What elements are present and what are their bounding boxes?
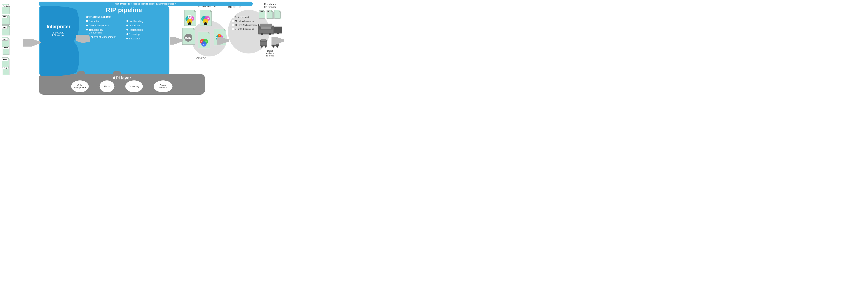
list-item: Rasterization [126, 29, 164, 31]
svg-text:C: C [186, 18, 188, 20]
list-item: Font handling [126, 20, 164, 23]
svg-point-92 [260, 45, 262, 47]
interpreter-shape [40, 6, 81, 77]
list-item: JPEG [3, 46, 13, 56]
svg-marker-72 [264, 10, 265, 11]
rip-title: RIP pipeline [89, 6, 159, 14]
large-printer-icon [256, 23, 284, 36]
svg-point-93 [265, 45, 267, 47]
cmyk-doc-2: C M Y K [200, 10, 214, 28]
list-item: Display List Management [86, 36, 123, 38]
svg-point-98 [276, 45, 278, 47]
list-item: TIFF [1, 36, 13, 47]
svg-text:G: G [206, 41, 207, 42]
ops-col-2: Font handling Imposition Rasterization S… [126, 20, 164, 41]
svg-marker-48 [209, 32, 210, 33]
svg-marker-9 [8, 37, 9, 38]
api-item-fonts: Fonts [100, 81, 115, 92]
list-item: Imposition [126, 24, 164, 27]
svg-rect-83 [274, 27, 282, 33]
svg-text:W: W [189, 16, 191, 18]
rip-to-color-arrow [170, 37, 183, 45]
interpreter-subtitle: SelectablePDL support [41, 31, 76, 37]
output-tif: TIF [267, 10, 274, 20]
separation-label: Separation [129, 37, 141, 40]
cmyk-doc-1: W C M Y K [184, 10, 198, 28]
svg-marker-5 [8, 25, 10, 27]
api-item-output-interface: Outputinterface [154, 81, 173, 92]
svg-point-97 [273, 45, 275, 47]
input-files: PostScript PDF XPS [1, 4, 13, 76]
svg-marker-3 [8, 15, 10, 16]
svg-text:MONO: MONO [185, 37, 191, 39]
api-item-screening: Screening [125, 81, 143, 92]
interpreter-title: Interpreter [41, 24, 76, 29]
svg-text:O: O [219, 35, 220, 36]
svg-marker-44 [193, 28, 195, 29]
input-arrow [23, 39, 41, 47]
svg-rect-82 [260, 24, 272, 27]
svg-marker-17 [8, 66, 9, 67]
ops-columns: Calibration Color management Transparenc… [86, 20, 163, 41]
api-items: Colormanagement Fonts Screening Outputin… [71, 81, 173, 92]
list-item: PNG [3, 66, 13, 76]
list-item: Screening [126, 33, 164, 36]
svg-point-85 [261, 33, 264, 35]
bitdepth-to-output-arrow [272, 37, 284, 45]
color-to-bitdepth-arrow [217, 37, 229, 45]
output-jpeg: JPEG [259, 10, 266, 20]
mono-doc: MONO [182, 28, 198, 46]
svg-text:B: B [203, 43, 205, 45]
svg-text:C: C [202, 18, 204, 20]
color-docs: W C M Y K C M Y [180, 9, 234, 60]
display-list-management: Display List Management [89, 36, 116, 38]
svg-text:K: K [205, 23, 206, 25]
main-container: Multi-threaded processing, including Har… [0, 0, 289, 97]
banner-text: Multi-threaded processing, including Har… [115, 3, 176, 5]
small-printer-1 [259, 37, 270, 48]
svg-marker-15 [8, 58, 9, 59]
svg-rect-88 [261, 27, 271, 29]
list-item: BMP [1, 58, 13, 67]
svg-marker-56 [224, 29, 226, 30]
color-space-section: Color space W C M Y K [180, 4, 234, 60]
svg-marker-34 [210, 10, 212, 11]
cmykov-label: (CMYKOV) [196, 57, 206, 59]
list-item: PostScript [1, 4, 13, 14]
svg-marker-76 [271, 10, 273, 11]
svg-rect-91 [260, 42, 267, 45]
proprietary-label: Proprietaryfile formats [252, 3, 288, 8]
output-doc [274, 10, 281, 20]
proprietary-files: JPEG TIF [252, 10, 288, 20]
svg-point-86 [269, 33, 271, 35]
ops-col-1: Calibration Color management Transparenc… [86, 20, 123, 41]
svg-text:K: K [189, 23, 190, 25]
interpreter-to-ops-arrow [76, 35, 90, 45]
list-item: Color management [86, 24, 123, 27]
ops-header: OPERATIONS INCLUDE: [86, 16, 163, 18]
svg-text:M: M [192, 18, 193, 20]
api-title: API layer [113, 75, 131, 81]
output-section: Proprietaryfile formats JPEG [252, 3, 288, 57]
interpreter-label: Interpreter SelectablePDL support [41, 24, 76, 37]
operations-section: OPERATIONS INCLUDE: Calibration Color ma… [86, 16, 163, 41]
list-item: PDF [1, 15, 13, 25]
svg-text:M: M [208, 18, 209, 20]
list-item: Calibration [86, 20, 123, 23]
list-item: XPS [1, 25, 13, 35]
direct-delivery-label: Directdeliveryto press [266, 50, 274, 57]
svg-marker-80 [279, 10, 280, 11]
svg-marker-22 [194, 10, 196, 11]
api-bump-2 [113, 71, 121, 75]
rgb-doc: R G B [198, 32, 213, 50]
top-banner: Multi-threaded processing, including Har… [39, 2, 253, 6]
svg-text:R: R [201, 41, 202, 42]
api-item-color-management: Colormanagement [71, 81, 89, 92]
svg-rect-84 [259, 30, 273, 33]
svg-rect-90 [260, 39, 266, 41]
svg-point-87 [277, 32, 279, 34]
list-item: Separation [126, 37, 164, 40]
list-item: TransparencyCompositing [86, 29, 123, 34]
